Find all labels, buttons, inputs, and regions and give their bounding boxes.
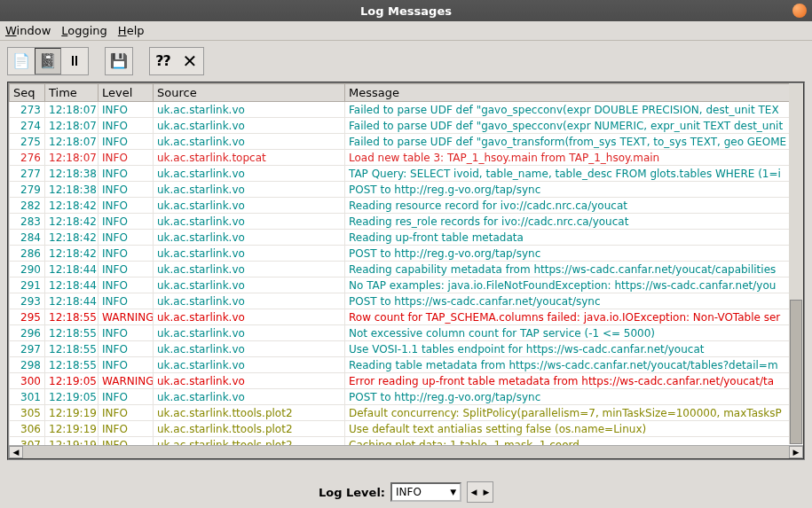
cell-level: INFO	[99, 389, 154, 405]
cell-time: 12:18:07	[45, 150, 99, 166]
cell-seq: 298	[10, 357, 45, 373]
table-row[interactable]: 29612:18:55INFOuk.ac.starlink.voNot exce…	[10, 325, 804, 341]
cell-time: 12:19:05	[45, 373, 99, 389]
menu-window[interactable]: Window	[5, 24, 51, 37]
cell-source: uk.ac.starlink.vo	[154, 325, 345, 341]
cell-message: Row count for TAP_SCHEMA.columns failed:…	[345, 309, 804, 325]
cell-seq: 284	[10, 230, 45, 246]
cell-seq: 293	[10, 293, 45, 309]
table-row[interactable]: 29512:18:55WARNINGuk.ac.starlink.voRow c…	[10, 309, 804, 325]
log-level-label: Log Level:	[319, 486, 385, 499]
cell-source: uk.ac.starlink.vo	[154, 198, 345, 214]
cell-source: uk.ac.starlink.vo	[154, 293, 345, 309]
cell-message: Failed to parse UDF def "gavo_specconv(e…	[345, 102, 804, 118]
table-scroll[interactable]: Seq Time Level Source Message 27312:18:0…	[9, 83, 803, 445]
close-icon[interactable]	[792, 4, 807, 18]
table-row[interactable]: 30012:19:05WARNINGuk.ac.starlink.voError…	[10, 373, 804, 389]
col-time[interactable]: Time	[45, 84, 99, 102]
cell-time: 12:19:19	[45, 421, 99, 437]
cell-time: 12:18:44	[45, 277, 99, 293]
cell-source: uk.ac.starlink.vo	[154, 357, 345, 373]
close-button-icon[interactable]: ✕	[177, 48, 203, 74]
col-source[interactable]: Source	[154, 84, 345, 102]
cell-message: Use VOSI-1.1 tables endpoint for https:/…	[345, 341, 804, 357]
table-row[interactable]: 28212:18:42INFOuk.ac.starlink.voReading …	[10, 198, 804, 214]
cell-message: Default concurrency: SplitPolicy(paralle…	[345, 405, 804, 421]
cell-seq: 274	[10, 118, 45, 134]
menu-logging[interactable]: Logging	[61, 24, 107, 37]
cell-seq: 307	[10, 437, 45, 446]
cell-level: INFO	[99, 405, 154, 421]
table-row[interactable]: 29312:18:44INFOuk.ac.starlink.voPOST to …	[10, 293, 804, 309]
cell-message: No TAP examples: java.io.FileNotFoundExc…	[345, 277, 804, 293]
table-row[interactable]: 28412:18:42INFOuk.ac.starlink.voReading …	[10, 230, 804, 246]
cell-source: uk.ac.starlink.vo	[154, 373, 345, 389]
cell-level: INFO	[99, 341, 154, 357]
help-icon[interactable]: ⁇	[150, 48, 177, 74]
cell-seq: 275	[10, 134, 45, 150]
scroll-left-icon[interactable]: ◀	[9, 446, 23, 458]
cell-level: WARNING	[99, 309, 154, 325]
cell-message: Reading table metadata from https://ws-c…	[345, 357, 804, 373]
table-row[interactable]: 27412:18:07INFOuk.ac.starlink.voFailed t…	[10, 118, 804, 134]
cell-source: uk.ac.starlink.vo	[154, 182, 345, 198]
cell-level: WARNING	[99, 373, 154, 389]
cell-time: 12:18:42	[45, 230, 99, 246]
cell-level: INFO	[99, 198, 154, 214]
cell-source: uk.ac.starlink.vo	[154, 389, 345, 405]
table-row[interactable]: 29012:18:44INFOuk.ac.starlink.voReading …	[10, 262, 804, 277]
step-right-icon[interactable]: ▶	[480, 482, 493, 502]
cell-time: 12:19:05	[45, 389, 99, 405]
horizontal-scrollbar[interactable]: ◀ ▶	[9, 445, 803, 458]
table-row[interactable]: 27912:18:38INFOuk.ac.starlink.voPOST to …	[10, 182, 804, 198]
cell-message: Reading up-front table metadata	[345, 230, 804, 246]
col-message[interactable]: Message	[345, 84, 804, 102]
step-left-icon[interactable]: ◀	[468, 482, 480, 502]
table-row[interactable]: 27712:18:38INFOuk.ac.starlink.voTAP Quer…	[10, 166, 804, 182]
cell-level: INFO	[99, 293, 154, 309]
table-row[interactable]: 29112:18:44INFOuk.ac.starlink.voNo TAP e…	[10, 277, 804, 293]
cell-seq: 279	[10, 182, 45, 198]
table-row[interactable]: 30712:19:19INFOuk.ac.starlink.ttools.plo…	[10, 437, 804, 446]
cell-message: Not excessive column count for TAP servi…	[345, 325, 804, 341]
menu-help[interactable]: Help	[118, 24, 145, 37]
cell-message: POST to https://ws-cadc.canfar.net/youca…	[345, 293, 804, 309]
scroll-right-icon[interactable]: ▶	[789, 446, 803, 458]
table-row[interactable]: 30512:19:19INFOuk.ac.starlink.ttools.plo…	[10, 405, 804, 421]
cell-level: INFO	[99, 182, 154, 198]
table-row[interactable]: 27312:18:07INFOuk.ac.starlink.voFailed t…	[10, 102, 804, 118]
cell-source: uk.ac.starlink.vo	[154, 277, 345, 293]
pause-icon[interactable]: ⏸	[61, 48, 88, 74]
cell-time: 12:18:44	[45, 293, 99, 309]
table-row[interactable]: 28312:18:42INFOuk.ac.starlink.voReading …	[10, 214, 804, 230]
table-row[interactable]: 30612:19:19INFOuk.ac.starlink.ttools.plo…	[10, 421, 804, 437]
table-row[interactable]: 29712:18:55INFOuk.ac.starlink.voUse VOSI…	[10, 341, 804, 357]
table-row[interactable]: 28612:18:42INFOuk.ac.starlink.voPOST to …	[10, 246, 804, 262]
col-level[interactable]: Level	[99, 84, 154, 102]
new-doc-icon[interactable]: 📄	[8, 48, 35, 74]
cell-level: INFO	[99, 166, 154, 182]
cell-seq: 273	[10, 102, 45, 118]
cell-message: POST to http://reg.g-vo.org/tap/sync	[345, 182, 804, 198]
table-row[interactable]: 29812:18:55INFOuk.ac.starlink.voReading …	[10, 357, 804, 373]
log-level-value: INFO	[396, 486, 422, 498]
table-row[interactable]: 27612:18:07INFOuk.ac.starlink.topcatLoad…	[10, 150, 804, 166]
cell-seq: 297	[10, 341, 45, 357]
cell-time: 12:18:55	[45, 341, 99, 357]
table-row[interactable]: 27512:18:07INFOuk.ac.starlink.voFailed t…	[10, 134, 804, 150]
cell-source: uk.ac.starlink.vo	[154, 166, 345, 182]
cell-message: Use default text antialias setting false…	[345, 421, 804, 437]
col-seq[interactable]: Seq	[10, 84, 45, 102]
cell-seq: 295	[10, 309, 45, 325]
window-title: Log Messages	[360, 4, 452, 18]
log-level-select[interactable]: INFO ▼	[390, 482, 461, 502]
vertical-scrollbar[interactable]	[789, 83, 803, 444]
cell-message: Load new table 3: TAP_1_hsoy.main from T…	[345, 150, 804, 166]
save-icon[interactable]: 💾	[106, 48, 132, 74]
cell-source: uk.ac.starlink.ttools.plot2	[154, 437, 345, 446]
cell-time: 12:18:38	[45, 166, 99, 182]
cell-source: uk.ac.starlink.vo	[154, 246, 345, 262]
logbook-icon[interactable]: 📓	[35, 48, 61, 74]
cell-source: uk.ac.starlink.vo	[154, 230, 345, 246]
table-row[interactable]: 30112:19:05INFOuk.ac.starlink.voPOST to …	[10, 389, 804, 405]
